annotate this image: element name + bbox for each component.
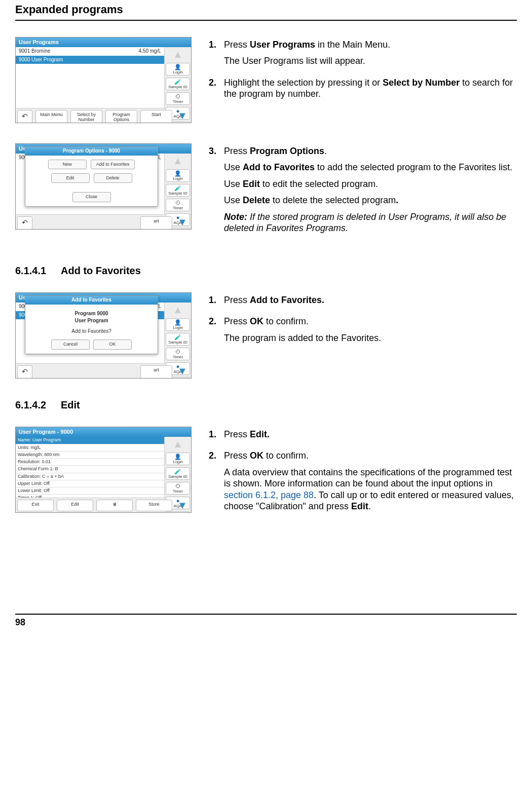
step: 2. Highlight the selection by pressing i… xyxy=(209,77,517,105)
back-icon: ↶ xyxy=(17,365,32,378)
step: 3. Press Program Options. Use Add to Fav… xyxy=(209,145,517,239)
form-row: Chemical Form 1: B xyxy=(16,466,164,473)
ok-button: OK xyxy=(93,340,132,349)
form-row: Wavelength: 800 nm xyxy=(16,451,164,459)
scroll-up-icon: ▲ xyxy=(166,438,190,450)
subheading-edit: 6.1.4.2Edit xyxy=(15,399,517,411)
back-icon: ↶ xyxy=(17,216,32,229)
login-button: 👤Login xyxy=(166,169,190,182)
page-title: Expanded programs xyxy=(15,0,517,21)
scroll-down-icon: ▼ xyxy=(175,365,190,378)
scroll-down-icon: ▼ xyxy=(175,216,190,229)
section-edit: User Program - 9000 Name: User Program U… xyxy=(15,427,517,522)
page-number: 98 xyxy=(15,614,517,628)
edit-button: Edit xyxy=(57,500,93,511)
login-button: 👤Login xyxy=(166,63,190,76)
scroll-up-icon: ▲ xyxy=(166,48,190,61)
step: 2. Press OK to confirm. The program is a… xyxy=(209,316,517,349)
note: Note: If the stored program is deleted i… xyxy=(224,211,517,234)
sample-id-button: 🧪Sample ID xyxy=(166,184,190,197)
screenshot-user-programs: User Programs 9001 Bromine4.50 mg/L 9000… xyxy=(15,37,192,123)
form-row: Timer 1: Off xyxy=(16,495,164,498)
new-button: New xyxy=(48,160,87,169)
list-item: 9001 Bromine4.50 mg/L xyxy=(16,47,164,56)
cancel-button: Cancel xyxy=(51,340,90,349)
step-text: Highlight the selection by pressing it o… xyxy=(224,77,517,100)
form-row: Lower Limit: Off xyxy=(16,487,164,495)
icon-button: 🖥 xyxy=(96,500,133,511)
close-button: Close xyxy=(72,192,111,202)
section-add-favorites: User 9001g/L 9000 Add to Favorites Progr… xyxy=(15,292,517,379)
delete-button: Delete xyxy=(94,173,132,183)
shot-title: User Programs xyxy=(16,37,191,48)
main-menu-button: Main Menu xyxy=(35,110,67,123)
step-text: Press OK to confirm. xyxy=(224,450,517,462)
step-tail: A data overview that contains the specif… xyxy=(224,467,517,512)
step: 2. Press OK to confirm. A data overview … xyxy=(209,450,517,517)
scroll-up-icon: ▲ xyxy=(166,304,190,316)
form-row: Upper Limit: Off xyxy=(16,480,164,487)
step: 1. Press Add to Favorites. xyxy=(209,294,517,311)
add-favorites-button: Add to Favorites xyxy=(91,160,135,169)
step-line: Use Delete to delete the selected progra… xyxy=(224,195,517,206)
store-button: Store xyxy=(136,500,172,511)
exit-button: Exit xyxy=(17,500,54,511)
step-tail: The program is added to the Favorites. xyxy=(224,332,517,344)
step-tail: The User Programs list will appear. xyxy=(224,55,517,67)
start-button: Start xyxy=(140,110,172,123)
screenshot-edit: User Program - 9000 Name: User Program U… xyxy=(15,427,192,513)
section-program-options: User 9001g/L Program Options - 9000 New … xyxy=(15,143,517,244)
form-row: Resolution: 0.01 xyxy=(16,459,164,466)
step-line: Use Edit to edit the selected program. xyxy=(224,178,517,190)
program-options-button: Program Options xyxy=(105,110,137,123)
scroll-down-icon: ▼ xyxy=(175,499,190,512)
step-line: Use Add to Favorites to add the selected… xyxy=(224,162,517,173)
timer-button: ⏲Timer xyxy=(166,92,190,105)
scroll-down-icon: ▼ xyxy=(175,109,190,123)
list-item: 9000 User Program xyxy=(16,56,164,64)
form-row: Calibration: C = a + bA xyxy=(16,473,164,480)
edit-button: Edit xyxy=(51,173,90,183)
step-text: Press User Programs in the Main Menu. xyxy=(224,39,517,51)
screenshot-add-favorites: User 9001g/L 9000 Add to Favorites Progr… xyxy=(15,292,192,379)
subheading-add-favorites: 6.1.4.1Add to Favorites xyxy=(15,265,517,277)
step-text: Press Program Options. xyxy=(224,145,517,157)
step: 1. Press User Programs in the Main Menu.… xyxy=(209,39,517,72)
step-text: Press Add to Favorites. xyxy=(224,294,517,306)
form-row: Units: mg/L xyxy=(16,444,164,451)
cross-ref-link[interactable]: section 6.1.2, page 88 xyxy=(224,490,314,500)
back-icon: ↶ xyxy=(17,110,32,123)
scroll-up-icon: ▲ xyxy=(166,155,190,167)
form-row: Name: User Program xyxy=(16,437,164,444)
select-by-number-button: Select by Number xyxy=(70,110,102,123)
section-user-programs: User Programs 9001 Bromine4.50 mg/L 9000… xyxy=(15,37,517,123)
timer-button: ⏲Timer xyxy=(166,199,190,211)
step-text: Press OK to confirm. xyxy=(224,316,517,327)
sample-id-button: 🧪Sample ID xyxy=(166,78,190,90)
screenshot-program-options: User 9001g/L Program Options - 9000 New … xyxy=(15,143,192,230)
step: 1. Press Edit. xyxy=(209,429,517,445)
step-text: Press Edit. xyxy=(224,429,517,440)
